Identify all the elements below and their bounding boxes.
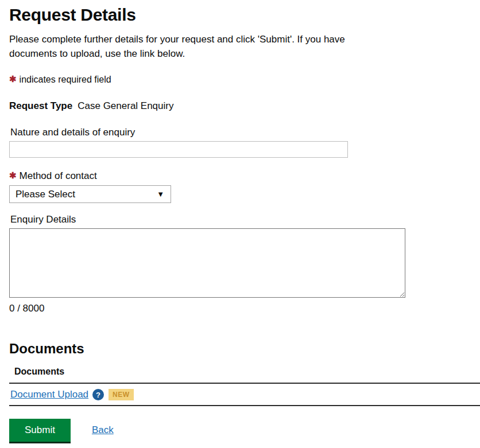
request-type-value: Case General Enquiry <box>78 100 173 111</box>
page-title: Request Details <box>9 5 480 25</box>
document-upload-link[interactable]: Document Upload <box>10 389 88 400</box>
nature-field-group: Nature and details of enquiry <box>9 127 480 158</box>
required-note-text: indicates required field <box>20 75 111 84</box>
document-upload-row: Document Upload ? NEW <box>9 384 480 406</box>
request-type-row: Request TypeCase General Enquiry <box>9 100 480 112</box>
new-badge: NEW <box>109 389 134 400</box>
select-value: Please Select <box>16 189 75 200</box>
method-of-contact-select[interactable]: Please Select ▼ <box>9 185 171 203</box>
chevron-down-icon: ▼ <box>157 190 164 198</box>
back-link[interactable]: Back <box>92 424 114 436</box>
nature-label: Nature and details of enquiry <box>10 127 480 138</box>
enquiry-details-textarea[interactable] <box>9 228 405 298</box>
nature-input[interactable] <box>9 141 348 158</box>
request-type-label: Request Type <box>9 100 72 111</box>
form-actions: Submit Back <box>9 419 480 442</box>
enquiry-field-group: Enquiry Details 0 / 8000 <box>9 214 480 314</box>
required-asterisk-icon: ✱ <box>9 74 17 84</box>
request-details-page: Request Details Please complete further … <box>0 0 480 442</box>
documents-table: Documents Document Upload ? NEW <box>9 363 480 406</box>
documents-section-heading: Documents <box>9 341 480 357</box>
enquiry-details-label: Enquiry Details <box>10 214 480 225</box>
documents-column-header: Documents <box>9 363 480 384</box>
help-question-icon[interactable]: ? <box>92 389 104 400</box>
method-field-group: ✱Method of contact Please Select ▼ <box>9 170 480 203</box>
method-label: Method of contact <box>20 170 97 181</box>
submit-button[interactable]: Submit <box>9 419 71 442</box>
method-label-row: ✱Method of contact <box>9 170 480 182</box>
required-field-note: ✱indicates required field <box>9 74 480 85</box>
char-counter: 0 / 8000 <box>9 303 480 314</box>
required-asterisk-icon: ✱ <box>9 170 17 180</box>
intro-text: Please complete further details for your… <box>9 32 361 61</box>
